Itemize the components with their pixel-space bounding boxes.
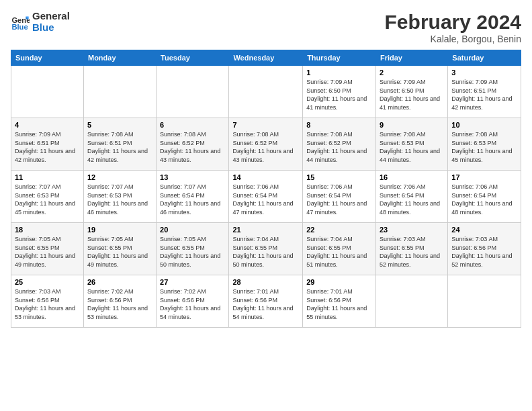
day-info: Sunrise: 7:03 AM Sunset: 6:56 PM Dayligh… [15,287,80,321]
calendar-cell: 29Sunrise: 7:01 AM Sunset: 6:56 PM Dayli… [303,275,376,328]
day-number: 23 [380,226,444,234]
day-number: 19 [87,226,152,234]
day-info: Sunrise: 7:03 AM Sunset: 6:55 PM Dayligh… [380,235,444,269]
calendar-table: SundayMondayTuesdayWednesdayThursdayFrid… [11,50,521,328]
day-info: Sunrise: 7:06 AM Sunset: 6:54 PM Dayligh… [451,183,517,216]
calendar-cell: 2Sunrise: 7:09 AM Sunset: 6:50 PM Daylig… [375,66,447,118]
header-row: SundayMondayTuesdayWednesdayThursdayFrid… [11,50,521,66]
calendar-cell: 10Sunrise: 7:08 AM Sunset: 6:53 PM Dayli… [448,118,521,171]
day-number: 10 [451,121,517,129]
calendar-cell: 18Sunrise: 7:05 AM Sunset: 6:55 PM Dayli… [11,223,84,275]
main-title: February 2024 [385,11,521,34]
week-row-1: 1Sunrise: 7:09 AM Sunset: 6:50 PM Daylig… [11,66,521,118]
day-info: Sunrise: 7:01 AM Sunset: 6:56 PM Dayligh… [306,287,372,321]
calendar-cell: 9Sunrise: 7:08 AM Sunset: 6:53 PM Daylig… [375,118,447,171]
header-saturday: Saturday [448,50,521,66]
day-number: 1 [306,68,372,77]
day-info: Sunrise: 7:06 AM Sunset: 6:54 PM Dayligh… [380,183,444,216]
calendar-cell: 3Sunrise: 7:09 AM Sunset: 6:51 PM Daylig… [448,66,521,118]
day-number: 7 [232,121,299,129]
day-info: Sunrise: 7:09 AM Sunset: 6:50 PM Dayligh… [306,78,372,111]
day-number: 11 [15,173,80,181]
day-info: Sunrise: 7:03 AM Sunset: 6:56 PM Dayligh… [451,235,517,269]
day-info: Sunrise: 7:07 AM Sunset: 6:54 PM Dayligh… [160,183,225,216]
day-number: 21 [232,226,299,234]
title-block: February 2024 Kalale, Borgou, Benin [385,11,521,44]
calendar-cell: 22Sunrise: 7:04 AM Sunset: 6:55 PM Dayli… [303,223,376,275]
calendar-cell: 19Sunrise: 7:05 AM Sunset: 6:55 PM Dayli… [83,223,156,275]
day-info: Sunrise: 7:09 AM Sunset: 6:50 PM Dayligh… [380,78,444,111]
calendar-cell: 1Sunrise: 7:09 AM Sunset: 6:50 PM Daylig… [303,66,376,118]
day-number: 9 [380,121,444,129]
calendar-cell: 6Sunrise: 7:08 AM Sunset: 6:52 PM Daylig… [157,118,229,171]
day-number: 28 [232,278,299,286]
header-wednesday: Wednesday [229,50,303,66]
day-info: Sunrise: 7:08 AM Sunset: 6:53 PM Dayligh… [451,130,517,164]
calendar-cell: 8Sunrise: 7:08 AM Sunset: 6:52 PM Daylig… [303,118,376,171]
day-number: 17 [451,173,517,181]
calendar-cell: 16Sunrise: 7:06 AM Sunset: 6:54 PM Dayli… [375,171,447,223]
day-info: Sunrise: 7:09 AM Sunset: 6:51 PM Dayligh… [451,78,517,111]
day-info: Sunrise: 7:05 AM Sunset: 6:55 PM Dayligh… [160,235,225,269]
calendar-cell: 20Sunrise: 7:05 AM Sunset: 6:55 PM Dayli… [157,223,229,275]
day-number: 3 [451,68,517,77]
calendar-cell: 4Sunrise: 7:09 AM Sunset: 6:51 PM Daylig… [11,118,84,171]
day-number: 14 [232,173,299,181]
header-sunday: Sunday [11,50,84,66]
week-row-5: 25Sunrise: 7:03 AM Sunset: 6:56 PM Dayli… [11,275,521,328]
day-info: Sunrise: 7:06 AM Sunset: 6:54 PM Dayligh… [306,183,372,216]
calendar-cell: 23Sunrise: 7:03 AM Sunset: 6:55 PM Dayli… [375,223,447,275]
day-number: 26 [87,278,152,286]
calendar-page: General Blue General Blue February 2024 … [0,0,532,411]
day-number: 2 [380,68,444,77]
calendar-cell: 15Sunrise: 7:06 AM Sunset: 6:54 PM Dayli… [303,171,376,223]
week-row-4: 18Sunrise: 7:05 AM Sunset: 6:55 PM Dayli… [11,223,521,275]
calendar-cell: 13Sunrise: 7:07 AM Sunset: 6:54 PM Dayli… [157,171,229,223]
calendar-cell: 27Sunrise: 7:02 AM Sunset: 6:56 PM Dayli… [157,275,229,328]
week-row-2: 4Sunrise: 7:09 AM Sunset: 6:51 PM Daylig… [11,118,521,171]
day-info: Sunrise: 7:05 AM Sunset: 6:55 PM Dayligh… [15,235,80,269]
calendar-cell: 11Sunrise: 7:07 AM Sunset: 6:53 PM Dayli… [11,171,84,223]
header-tuesday: Tuesday [157,50,229,66]
day-number: 8 [306,121,372,129]
calendar-cell [157,66,229,118]
calendar-cell: 12Sunrise: 7:07 AM Sunset: 6:53 PM Dayli… [83,171,156,223]
day-number: 22 [306,226,372,234]
day-number: 4 [15,121,80,129]
day-info: Sunrise: 7:04 AM Sunset: 6:55 PM Dayligh… [232,235,299,269]
logo-text-block: General Blue [32,11,70,33]
calendar-cell: 25Sunrise: 7:03 AM Sunset: 6:56 PM Dayli… [11,275,84,328]
day-number: 13 [160,173,225,181]
day-number: 5 [87,121,152,129]
day-info: Sunrise: 7:07 AM Sunset: 6:53 PM Dayligh… [87,183,152,216]
calendar-cell: 21Sunrise: 7:04 AM Sunset: 6:55 PM Dayli… [229,223,303,275]
day-info: Sunrise: 7:07 AM Sunset: 6:53 PM Dayligh… [15,183,80,216]
day-info: Sunrise: 7:05 AM Sunset: 6:55 PM Dayligh… [87,235,152,269]
day-info: Sunrise: 7:08 AM Sunset: 6:53 PM Dayligh… [380,130,444,164]
calendar-cell: 26Sunrise: 7:02 AM Sunset: 6:56 PM Dayli… [83,275,156,328]
calendar-cell: 7Sunrise: 7:08 AM Sunset: 6:52 PM Daylig… [229,118,303,171]
logo-line2: Blue [32,22,70,34]
header-monday: Monday [83,50,156,66]
day-info: Sunrise: 7:08 AM Sunset: 6:52 PM Dayligh… [160,130,225,164]
day-info: Sunrise: 7:01 AM Sunset: 6:56 PM Dayligh… [232,287,299,321]
day-number: 12 [87,173,152,181]
week-row-3: 11Sunrise: 7:07 AM Sunset: 6:53 PM Dayli… [11,171,521,223]
calendar-cell: 17Sunrise: 7:06 AM Sunset: 6:54 PM Dayli… [448,171,521,223]
logo-icon: General Blue [11,13,30,32]
day-number: 20 [160,226,225,234]
calendar-cell [448,275,521,328]
logo-line1: General [32,11,70,22]
day-number: 27 [160,278,225,286]
day-number: 15 [306,173,372,181]
day-info: Sunrise: 7:08 AM Sunset: 6:52 PM Dayligh… [306,130,372,164]
logo: General Blue General Blue [11,11,70,33]
day-number: 24 [451,226,517,234]
day-number: 18 [15,226,80,234]
svg-text:Blue: Blue [11,23,28,31]
calendar-cell [11,66,84,118]
day-info: Sunrise: 7:04 AM Sunset: 6:55 PM Dayligh… [306,235,372,269]
day-info: Sunrise: 7:06 AM Sunset: 6:54 PM Dayligh… [232,183,299,216]
calendar-cell [229,66,303,118]
calendar-cell: 24Sunrise: 7:03 AM Sunset: 6:56 PM Dayli… [448,223,521,275]
